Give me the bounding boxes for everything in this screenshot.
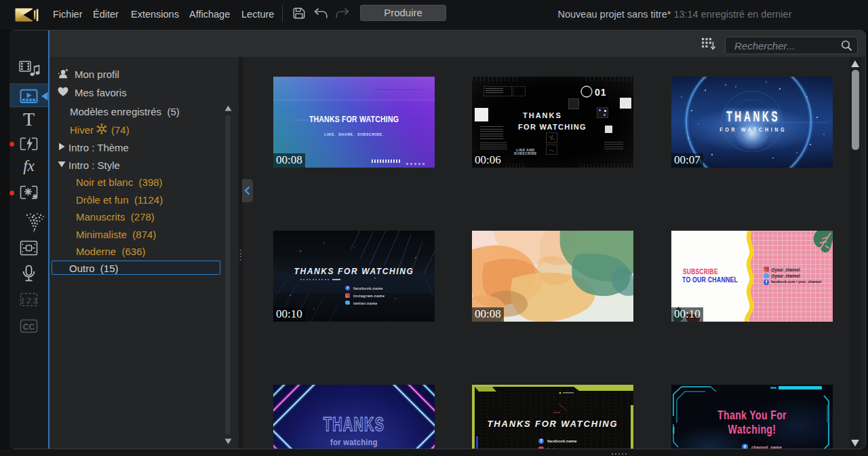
svg-text:01: 01 bbox=[595, 87, 606, 98]
svg-text:T: T bbox=[23, 109, 35, 130]
svg-text:CC: CC bbox=[23, 322, 35, 332]
svg-text:1 2 3: 1 2 3 bbox=[20, 297, 37, 305]
svg-text:fx: fx bbox=[23, 157, 35, 174]
